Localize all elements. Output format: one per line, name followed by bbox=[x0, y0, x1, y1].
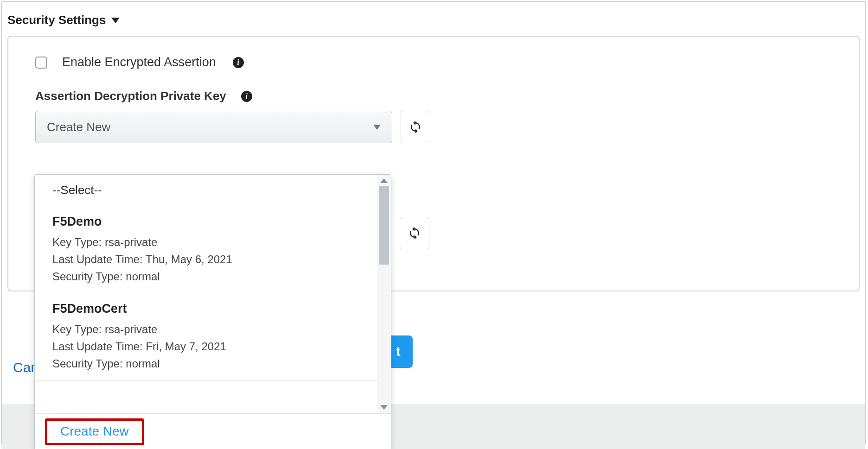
dropdown-placeholder[interactable]: --Select-- bbox=[35, 175, 391, 207]
chevron-down-icon bbox=[373, 125, 381, 130]
dropdown-item-name: F5DemoCert bbox=[52, 302, 373, 316]
scroll-down-icon[interactable] bbox=[380, 405, 388, 410]
dropdown-item-truncated[interactable] bbox=[35, 381, 391, 394]
refresh-button[interactable] bbox=[400, 217, 429, 249]
enable-encrypted-checkbox[interactable] bbox=[35, 57, 47, 69]
enable-encrypted-row: Enable Encrypted Assertion i bbox=[35, 55, 832, 70]
security-settings-header[interactable]: Security Settings bbox=[2, 2, 865, 36]
caret-down-icon bbox=[111, 18, 120, 23]
create-new-option[interactable]: Create New bbox=[45, 418, 144, 445]
dropdown-item-f5demo[interactable]: F5Demo Key Type: rsa-private Last Update… bbox=[35, 207, 391, 294]
info-icon[interactable]: i bbox=[241, 91, 252, 102]
assertion-key-dropdown: --Select-- F5Demo Key Type: rsa-private … bbox=[34, 174, 391, 449]
select-value: Create New bbox=[47, 120, 110, 134]
info-icon[interactable]: i bbox=[233, 57, 244, 68]
assertion-key-label: Assertion Decryption Private Key i bbox=[35, 89, 832, 103]
scroll-thumb[interactable] bbox=[379, 186, 389, 265]
create-new-label: Create New bbox=[60, 424, 129, 438]
next-button-text: t bbox=[396, 344, 400, 359]
dropdown-item-meta: Key Type: rsa-private Last Update Time: … bbox=[52, 234, 373, 285]
dropdown-footer: Create New bbox=[35, 413, 391, 449]
assertion-key-select[interactable]: Create New bbox=[35, 111, 392, 143]
enable-encrypted-label: Enable Encrypted Assertion bbox=[62, 55, 216, 70]
dropdown-item-meta: Key Type: rsa-private Last Update Time: … bbox=[52, 321, 373, 373]
refresh-button[interactable] bbox=[401, 111, 430, 143]
refresh-icon bbox=[408, 120, 422, 134]
dropdown-item-f5democert[interactable]: F5DemoCert Key Type: rsa-private Last Up… bbox=[35, 294, 391, 381]
dropdown-scrollbar[interactable] bbox=[377, 175, 391, 413]
dropdown-item-name: F5Demo bbox=[52, 215, 373, 229]
scroll-up-icon[interactable] bbox=[380, 178, 388, 183]
section-title: Security Settings bbox=[7, 13, 106, 27]
assertion-key-label-text: Assertion Decryption Private Key bbox=[35, 89, 226, 103]
refresh-icon bbox=[408, 226, 421, 240]
